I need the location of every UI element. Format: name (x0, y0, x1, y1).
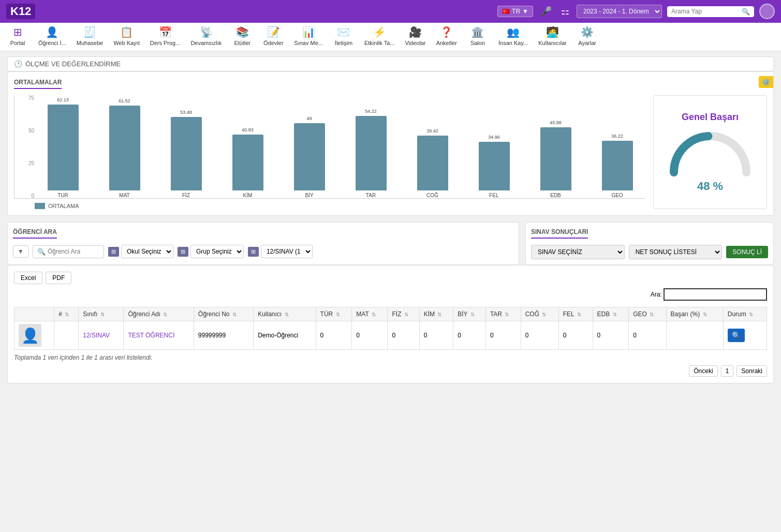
group-select[interactable]: Grup Seçiniz (190, 245, 244, 258)
th-geo: GEO ⇅ (629, 307, 666, 321)
student-search-input[interactable] (48, 248, 99, 255)
bar-EDB (540, 127, 571, 190)
bar-label-FEL: FEL (489, 193, 498, 198)
section-header: 🕐 ÖLÇME VE DEĞERLENDİRME (7, 56, 774, 71)
class-link[interactable]: 12/SINAV (83, 332, 110, 339)
school-select[interactable]: Okul Seçiniz (121, 245, 173, 258)
bar-value-FİZ: 53.48 (180, 110, 192, 115)
student-avatar: 👤 (19, 324, 41, 347)
prev-button[interactable]: Önceki (689, 365, 717, 377)
gauge-card: Genel Başarı 48 % (653, 95, 767, 209)
excel-button[interactable]: Excel (14, 272, 42, 284)
detail-button[interactable]: 🔍 (728, 329, 745, 342)
sonuc-button[interactable]: SONUÇ Lİ (726, 246, 768, 258)
pdf-button[interactable]: PDF (46, 272, 71, 284)
web_kayit-icon: 📋 (120, 26, 133, 38)
sort-icon: ⇅ (613, 312, 617, 317)
nav-item-ayarlar[interactable]: ⚙️Ayarlar (572, 23, 603, 51)
nav-item-kullanicilar[interactable]: 🧑‍💻Kullanıcılar (533, 23, 571, 51)
bar-group-EDB: 45.88 EDB (528, 120, 583, 198)
nav-item-devamsizlik[interactable]: 📡Devamsızlık (185, 23, 227, 51)
nav-label-iletisim: İletişim (335, 40, 352, 46)
nav-item-portal[interactable]: ⊞Portal (2, 23, 33, 51)
videolar-icon: 🎥 (409, 26, 422, 38)
clock-icon: 🕐 (14, 60, 22, 68)
period-select[interactable]: 2023 - 2024 - 1. Dönem (577, 5, 662, 18)
bar-group-KİM: 40.83 KİM (220, 127, 275, 198)
nav-item-videolar[interactable]: 🎥Videolar (400, 23, 431, 51)
nav-item-ders_prog[interactable]: 📅Ders Prog... (145, 23, 186, 51)
bar-label-GEO: GEO (611, 193, 623, 198)
nav-item-iletisim[interactable]: ✉️İletişim (328, 23, 359, 51)
microphone-button[interactable]: 🎤 (538, 4, 554, 19)
search-row: Ara: (14, 288, 767, 301)
next-button[interactable]: Sonraki (736, 365, 767, 377)
user-icon: 👤 (21, 327, 39, 344)
nav-label-kullanicilar: Kullanıcılar (538, 40, 566, 46)
legend-color-box (35, 203, 45, 209)
sort-icon: ⇅ (404, 312, 408, 317)
nav-item-etutler[interactable]: 📚Etütler (227, 23, 258, 51)
td-fiz: 0 (388, 321, 419, 350)
td-name: TEST ÖĞRENCİ (124, 321, 194, 350)
td-class: 12/SINAV (79, 321, 124, 350)
iletisim-icon: ✉️ (337, 26, 350, 38)
th-tar: TAR ⇅ (485, 307, 521, 321)
bar-value-TUR: 62.13 (57, 97, 69, 102)
nav-label-salon: Salon (470, 40, 485, 46)
td-cog: 0 (521, 321, 558, 350)
insan_kay-icon: 👥 (507, 26, 520, 38)
nav-item-ogrenci[interactable]: 👤Öğrenci İ... (33, 23, 71, 51)
nav-label-ogrenci: Öğrenci İ... (38, 40, 66, 46)
nav-item-anketler[interactable]: ❓Anketler (431, 23, 462, 51)
th---renci-no: Öğrenci No ⇅ (194, 307, 253, 321)
sort-icon: ⇅ (336, 312, 340, 317)
sort-icon: ⇅ (749, 312, 753, 317)
language-button[interactable]: 🇹🇷 TR ▼ (497, 6, 533, 17)
th-durum: Durum ⇅ (723, 307, 767, 321)
bar-value-GEO: 36.22 (611, 134, 623, 139)
td-biy: 0 (453, 321, 486, 350)
table-search-input[interactable] (664, 288, 767, 301)
result-type-select[interactable]: NET SONUÇ LİSTESİ (629, 245, 723, 259)
student-name-link[interactable]: TEST ÖĞRENCİ (128, 332, 174, 339)
devamsizlik-icon: 📡 (200, 26, 213, 38)
nav-item-insan_kay[interactable]: 👥İnsan Kay... (493, 23, 533, 51)
th-kullan-c-: Kullanıcı ⇅ (254, 307, 316, 321)
class-select[interactable]: 12/SINAV (1 (261, 245, 313, 258)
nav-item-muhasebe[interactable]: 🧾Muhasebe (71, 23, 108, 51)
bar-group-TUR: 62.13 TUR (35, 97, 91, 198)
search-input[interactable] (671, 8, 739, 15)
ogrenci-ara-title: ÖĞRENCİ ARA (13, 228, 57, 239)
sort-icon: ⇅ (470, 312, 475, 317)
gear-overlay-button[interactable]: ⚙️ (759, 76, 773, 88)
gauge-title: Genel Başarı (682, 112, 739, 123)
filter-button[interactable]: ▼ (13, 245, 28, 258)
nav-item-salon[interactable]: 🏛️Salon (462, 23, 493, 51)
nav-item-sinav_me[interactable]: 📊Sınav Me... (289, 23, 328, 51)
student-search-box: 🔍 (33, 245, 104, 258)
bar-label-FİZ: FİZ (182, 193, 190, 198)
td-durum: 🔍 (723, 321, 767, 350)
bar-value-TAR: 54.22 (365, 109, 377, 114)
nav-item-odevler[interactable]: 📝Ödevler (258, 23, 289, 51)
nav-item-web_kayit[interactable]: 📋Web Kayıt (108, 23, 145, 51)
results-table: # ⇅Sınıfı ⇅Öğrenci Adı ⇅Öğrenci No ⇅Kull… (14, 307, 767, 350)
bar-group-GEO: 36.22 GEO (590, 134, 645, 198)
nav-label-etkinlik_ta: Etkinlik Ta... (364, 40, 395, 46)
grid-button[interactable]: ⚏ (559, 4, 571, 19)
page-number[interactable]: 1 (721, 365, 734, 377)
chart-legend: ORTALAMA (35, 203, 645, 209)
avatar[interactable] (759, 4, 775, 19)
bar-TAR (356, 116, 387, 190)
nav-bar: ⊞Portal👤Öğrenci İ...🧾Muhasebe📋Web Kayıt📅… (0, 23, 781, 51)
nav-label-insan_kay: İnsan Kay... (498, 40, 528, 46)
bar-group-COĞ: 39.42 COĞ (405, 128, 460, 198)
sinav-sonuclari-title: SINAV SONUÇLARI (531, 228, 588, 239)
ayarlar-icon: ⚙️ (581, 26, 594, 38)
student-search-panel: ÖĞRENCİ ARA ▼ 🔍 ⊞ Okul Seçiniz ⊞ Grup Se… (7, 222, 519, 265)
action-row: Excel PDF (14, 272, 767, 284)
nav-label-sinav_me: Sınav Me... (294, 40, 323, 46)
exam-select[interactable]: SINAV SEÇİNİZ (531, 245, 625, 259)
nav-item-etkinlik_ta[interactable]: ⚡Etkinlik Ta... (359, 23, 400, 51)
